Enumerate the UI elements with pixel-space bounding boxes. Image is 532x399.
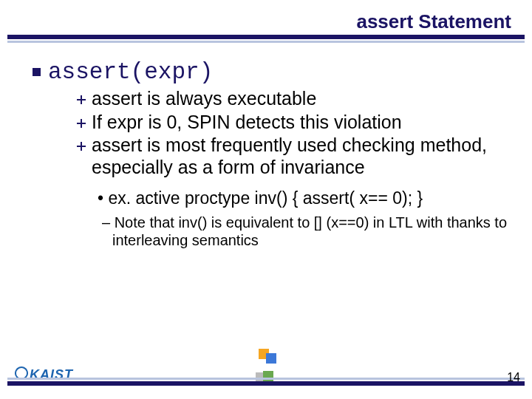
brand-text: KAIST <box>30 367 73 382</box>
plus-bullet-icon <box>77 119 86 128</box>
plus-bullet-icon <box>77 95 86 104</box>
subbullet-group: assert is always executable If expr is 0… <box>33 88 511 249</box>
brand-logo: KAIST <box>15 366 73 383</box>
note-line: – Note that inv() is equivalent to [] (x… <box>77 214 511 249</box>
plus-bullet-icon <box>77 142 86 151</box>
subbullet-text: assert is most frequently used checking … <box>92 134 511 178</box>
subbullet-text: assert is always executable <box>92 88 316 110</box>
subbullet-text: If expr is 0, SPIN detects this violatio… <box>92 112 402 134</box>
bullet-level1: assert(expr) <box>33 59 511 85</box>
title-rule-dark <box>7 35 525 39</box>
page-number: 14 <box>507 371 520 384</box>
bullet-level1-text: assert(expr) <box>48 59 213 85</box>
footer-rule-light <box>7 378 525 380</box>
subbullet-item: assert is always executable <box>77 88 511 110</box>
content-area: assert(expr) assert is always executable… <box>0 43 532 249</box>
slide-title: assert Statement <box>0 0 532 35</box>
subbullet-item: assert is most frequently used checking … <box>77 134 511 178</box>
slide: assert Statement assert(expr) assert is … <box>0 0 532 399</box>
square-bullet-icon <box>33 68 41 76</box>
footer: KAIST 14 <box>0 356 532 386</box>
subbullet-item: If expr is 0, SPIN detects this violatio… <box>77 112 511 134</box>
footer-rule-dark <box>7 381 525 386</box>
example-line: • ex. active proctype inv() { assert( x=… <box>77 188 511 208</box>
